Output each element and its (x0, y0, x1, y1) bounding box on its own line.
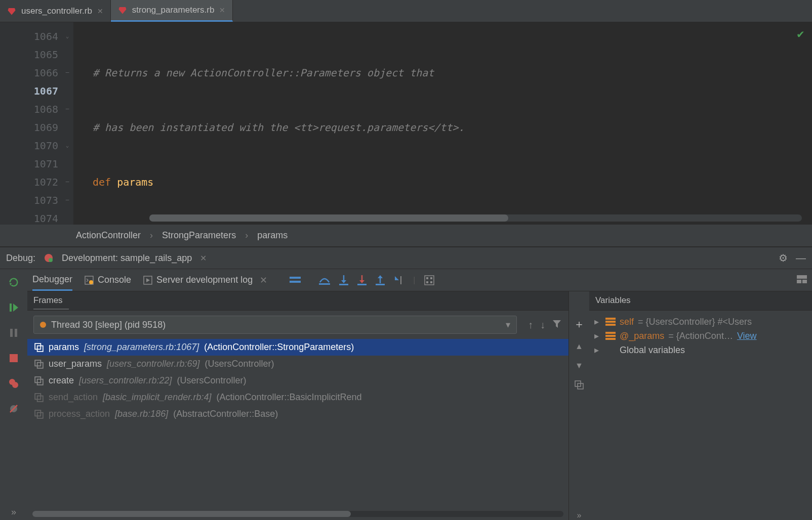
stack-frame[interactable]: params [strong_parameters.rb:1067] (Acti… (27, 339, 569, 356)
close-icon[interactable]: ✕ (260, 275, 267, 286)
svg-rect-10 (15, 329, 17, 337)
frame-icon (34, 393, 44, 402)
ruby-file-icon (118, 6, 127, 15)
debug-tool-window-header: Debug: Development: sample_rails_app ✕ ⚙… (0, 247, 812, 269)
run-config-name[interactable]: Development: sample_rails_app (62, 253, 192, 264)
svg-rect-22 (319, 283, 330, 285)
svg-rect-49 (35, 394, 40, 399)
frames-panel: Frames Thread 30 [sleep] (pid 9518) ▾ ↑ … (27, 291, 569, 520)
svg-rect-44 (37, 345, 43, 351)
breadcrumb-item[interactable]: ActionController (76, 230, 141, 241)
layout-settings-icon[interactable] (797, 275, 807, 285)
evaluate-expression-icon[interactable] (424, 275, 434, 285)
close-tab-icon[interactable]: ✕ (97, 7, 103, 15)
svg-rect-56 (605, 321, 616, 323)
horizontal-scrollbar[interactable] (32, 511, 563, 517)
debug-label: Debug: (6, 253, 35, 264)
frame-icon (34, 376, 44, 385)
filter-icon[interactable] (552, 319, 561, 331)
debug-panel: » Debugger Console Server development lo… (0, 269, 812, 520)
keyword: def (93, 176, 111, 188)
line-number-gutter: 1064 1065 1066 1067 1068 1069 1070 1071 … (0, 22, 73, 225)
svg-marker-27 (359, 280, 364, 283)
console-tab[interactable]: Console (85, 269, 131, 291)
server-log-tab[interactable]: Server development log ✕ (143, 269, 267, 291)
tab-label: users_controller.rb (21, 6, 92, 16)
chevron-right-icon: › (150, 230, 153, 241)
svg-rect-55 (605, 318, 616, 320)
tab-users-controller[interactable]: users_controller.rb ✕ (0, 0, 111, 22)
chevron-down-icon[interactable]: ▾ (506, 319, 510, 330)
scroll-up-icon[interactable]: ▲ (575, 342, 583, 351)
more-icon[interactable]: » (577, 511, 582, 520)
expand-arrow-icon[interactable]: ▸ (594, 330, 601, 341)
svg-marker-24 (341, 280, 346, 283)
stop-button[interactable] (6, 350, 22, 366)
tab-label: strong_parameters.rb (132, 5, 215, 15)
stack-frame[interactable]: user_params [users_controller.rb:69] (Us… (27, 356, 569, 372)
close-tab-icon[interactable]: ✕ (219, 6, 225, 14)
breadcrumb-item[interactable]: StrongParameters (162, 230, 236, 241)
horizontal-scrollbar[interactable] (149, 214, 802, 222)
svg-marker-19 (146, 278, 150, 282)
stack-frame[interactable]: create [users_controller.rb:22] (UsersCo… (27, 372, 569, 389)
add-watch-icon[interactable]: ＋ (574, 317, 585, 332)
svg-rect-25 (339, 284, 348, 285)
gear-icon[interactable]: ⚙ (779, 252, 788, 264)
step-over-icon[interactable] (319, 275, 330, 285)
stack-frame[interactable]: process_action [base.rb:186] (AbstractCo… (27, 406, 569, 422)
variable-row[interactable]: ▸ Global variables (594, 343, 807, 357)
expand-arrow-icon[interactable]: ▸ (594, 316, 601, 327)
run-to-cursor-icon[interactable] (394, 275, 404, 285)
svg-rect-43 (35, 343, 40, 349)
debugger-tab[interactable]: Debugger (32, 269, 72, 291)
view-link[interactable]: View (737, 331, 757, 341)
copy-icon[interactable] (575, 380, 584, 392)
scroll-down-icon[interactable]: ▼ (575, 361, 583, 370)
svg-rect-47 (35, 377, 40, 382)
log-icon (143, 276, 152, 285)
stack-frame[interactable]: send_action [basic_implicit_render.rb:4]… (27, 389, 569, 406)
minimize-icon[interactable]: — (796, 252, 806, 264)
force-step-into-icon[interactable] (357, 275, 367, 285)
variable-row[interactable]: ▸ self = {UsersController} #<Users (594, 315, 807, 329)
breadcrumb-item[interactable]: params (257, 230, 288, 241)
svg-rect-34 (425, 276, 434, 285)
more-icon[interactable]: » (6, 504, 22, 520)
view-breakpoints-button[interactable] (6, 375, 22, 392)
step-out-icon[interactable] (376, 275, 385, 285)
svg-rect-57 (605, 324, 616, 326)
variable-row[interactable]: ▸ @_params = {ActionCont… View (594, 329, 807, 343)
thread-selector[interactable]: Thread 30 [sleep] (pid 9518) ▾ (33, 316, 517, 334)
svg-rect-39 (797, 275, 807, 279)
svg-point-5 (49, 258, 53, 262)
svg-point-17 (89, 280, 93, 284)
prev-frame-icon[interactable]: ↑ (528, 319, 533, 331)
threads-icon[interactable] (290, 276, 301, 285)
variables-panel: Variables ▸ self = {UsersController} #<U… (589, 291, 812, 520)
svg-rect-40 (797, 280, 801, 283)
svg-rect-9 (10, 329, 13, 337)
code-editor[interactable]: ✔ 1064 1065 1066 1067 1068 1069 1070 107… (0, 22, 812, 225)
svg-rect-46 (37, 362, 43, 368)
svg-rect-11 (10, 354, 18, 362)
svg-rect-48 (37, 379, 43, 384)
step-into-icon[interactable] (339, 275, 348, 285)
resume-button[interactable] (6, 299, 22, 316)
next-frame-icon[interactable]: ↓ (540, 319, 545, 331)
debug-tabs: Debugger Console Server development log … (27, 269, 812, 291)
svg-rect-7 (10, 304, 12, 312)
code-comment: # has been instantiated with the <tt>req… (93, 121, 465, 134)
expand-arrow-icon[interactable]: ▸ (594, 344, 601, 356)
svg-rect-31 (376, 284, 385, 285)
svg-rect-59 (605, 335, 616, 337)
rerun-button[interactable] (6, 274, 22, 290)
pause-button[interactable] (6, 325, 22, 341)
close-run-icon[interactable]: ✕ (200, 253, 207, 263)
code-area[interactable]: # Returns a new ActionController::Parame… (73, 22, 812, 225)
svg-rect-35 (426, 277, 428, 279)
mute-breakpoints-button[interactable] (6, 401, 22, 417)
svg-rect-45 (35, 360, 40, 366)
frame-icon (34, 360, 44, 369)
tab-strong-parameters[interactable]: strong_parameters.rb ✕ (111, 0, 233, 22)
